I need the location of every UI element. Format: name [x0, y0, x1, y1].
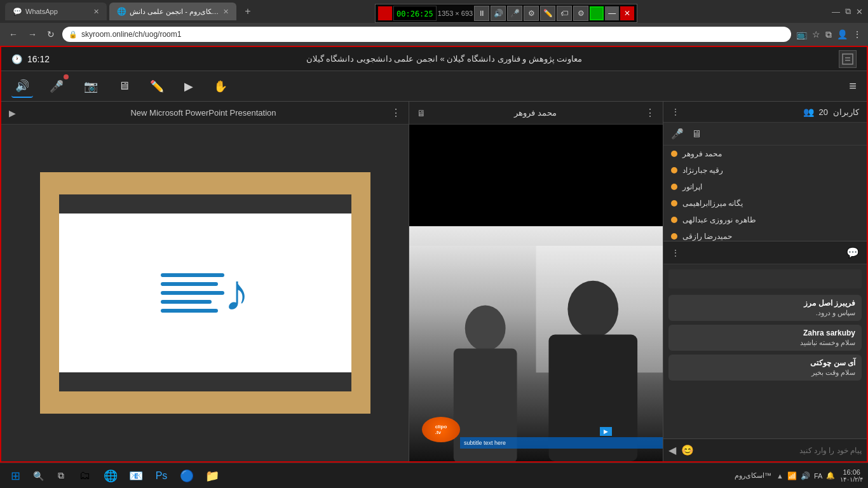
rec-tool-4[interactable]: ⚙ [524, 6, 539, 21]
taskbar-right: اسکای‌روم™ ▲ 📶 🔊 FA 🔔 16:06 ۱۴۰۱/۲/۴ [735, 468, 863, 483]
taskbar: ⊞ 🔍 ⧉ 🗂 🌐 📧 Ps 🔵 📁 اسکای‌روم™ ▲ 📶 🔊 FA 🔔 [0, 463, 868, 488]
header-left: 🕐 16:12 [11, 54, 50, 64]
video-action-btn[interactable]: ▶ [600, 427, 612, 436]
screen-share-button[interactable]: 🖥 [114, 76, 133, 97]
cast-icon[interactable]: 📺 [796, 29, 807, 39]
chat-msg-text-0: سپاس و درود. [675, 309, 855, 317]
new-tab-button[interactable]: + [239, 3, 257, 20]
video-panel-menu[interactable]: ⋮ [645, 107, 655, 119]
user-item-3: یگانه میرزاابراهیمی [663, 195, 867, 212]
taskbar-app-browser[interactable]: 🌐 [99, 464, 122, 487]
chat-icon: 💬 [846, 247, 859, 259]
chat-messages: فریبرز اصل مرز سپاس و درود. Zahra sarkub… [663, 264, 867, 438]
svg-point-5 [567, 281, 618, 338]
recording-bar: 00:26:25 1353 × 693 ⏸ 🔊 🎤 ⚙ ✏️ 🏷 ⚙ — ✕ [375, 4, 637, 23]
mic-button[interactable]: 🎤 [46, 76, 67, 97]
hand-button[interactable]: ✋ [210, 76, 231, 97]
profile-icon[interactable]: 👤 [837, 29, 848, 39]
star-icon[interactable]: ☆ [812, 29, 820, 39]
present-button[interactable]: ▶ [180, 76, 197, 97]
screen-control-button[interactable]: 🖥 [691, 128, 702, 140]
presentation-menu[interactable]: ⋮ [391, 107, 401, 119]
tray-lang: FA [814, 472, 822, 480]
skyroom-favicon: 🌐 [117, 7, 126, 16]
user-item-1: رقیه جبارنژاد [663, 162, 867, 179]
taskbar-app-photoshop[interactable]: Ps [150, 464, 173, 487]
user-item-2: اپراتور [663, 179, 867, 195]
taskbar-app-file-explorer[interactable]: 🗂 [74, 464, 97, 487]
slide-panel-icon: ▶ [9, 108, 16, 118]
rec-tool-5[interactable]: ✏️ [540, 6, 555, 21]
tab-skyroom-title: اسکای‌روم - انجمن علمی دانش... [130, 8, 219, 16]
presentation-panel: ▶ New Microsoft PowerPoint Presentation … [1, 102, 409, 461]
chat-scroll-indicator [668, 269, 862, 288]
user-name-3: یگانه میرزاابراهیمی [682, 199, 743, 208]
search-button[interactable]: 🔍 [28, 466, 48, 486]
tray-arrow-icon[interactable]: ▲ [776, 472, 783, 480]
address-bar[interactable]: 🔒 skyroom.online/ch/uog/room1 [62, 27, 791, 42]
tab-whatsapp-close[interactable]: ✕ [93, 8, 99, 16]
toolbar: 🔊 🎤 📷 🖥 ✏️ ▶ ✋ ≡ [1, 71, 867, 102]
user-name-0: محمد فروهر [682, 149, 722, 158]
tab-whatsapp[interactable]: 💬 WhatsApp ✕ [5, 3, 107, 20]
music-note-icon: ♪ [224, 268, 250, 318]
browser-menu[interactable]: ⋮ [853, 29, 862, 39]
start-button[interactable]: ⊞ [5, 466, 25, 486]
taskbar-time: 16:06 [840, 468, 863, 476]
slide-bar-top [59, 194, 351, 214]
user-item-0: محمد فروهر [663, 146, 867, 162]
restore-icon[interactable]: ⧉ [845, 6, 851, 17]
draw-button[interactable]: ✏️ [146, 76, 168, 97]
rec-tool-2[interactable]: 🔊 [491, 6, 506, 21]
task-view-button[interactable]: ⧉ [51, 466, 71, 486]
rec-tool-6[interactable]: 🏷 [557, 6, 572, 21]
chat-emoji-button[interactable]: 😊 [681, 444, 694, 456]
chat-input-field[interactable] [699, 446, 862, 455]
rec-minimize-button[interactable]: — [605, 6, 619, 20]
rec-tool-3[interactable]: 🎤 [507, 6, 522, 21]
users-menu-button[interactable]: ⋮ [671, 107, 680, 117]
header-logo [839, 50, 857, 68]
camera-button[interactable]: 📷 [80, 76, 102, 97]
slide-bar-bottom [59, 372, 351, 391]
tab-skyroom-close[interactable]: ✕ [223, 8, 229, 16]
taskbar-app-folder[interactable]: 📁 [201, 464, 224, 487]
audio-button[interactable]: 🔊 [11, 75, 33, 98]
chat-menu-button[interactable]: ⋮ [671, 248, 680, 258]
dimensions-text: 1353 × 693 [438, 10, 473, 17]
chat-send-button[interactable]: ◀ [668, 444, 676, 456]
mic-control-button[interactable]: 🎤 [671, 128, 684, 140]
user-avatar-2 [671, 184, 677, 190]
user-name-2: اپراتور [682, 182, 702, 191]
close-icon[interactable]: ✕ [856, 7, 863, 17]
video-panel: 🖥 محمد فروهر ⋮ [409, 102, 663, 461]
header-title: معاونت پژوهش و فناوری دانشگاه گیلان » ان… [306, 54, 583, 64]
clock-icon: 🕐 [11, 54, 22, 64]
extensions-icon[interactable]: ⧉ [825, 29, 832, 40]
video-clipo-logo: clipo.tv [422, 417, 460, 442]
svg-rect-0 [843, 54, 853, 64]
back-button[interactable]: ← [6, 27, 20, 42]
forward-button[interactable]: → [25, 27, 39, 42]
rec-green-button[interactable] [590, 6, 604, 20]
refresh-button[interactable]: ↻ [44, 27, 57, 42]
rec-settings[interactable]: ⚙ [573, 6, 588, 21]
rec-tool-1[interactable]: ⏸ [474, 6, 489, 21]
video-screen-icon: 🖥 [417, 108, 426, 118]
taskbar-apps: 🗂 🌐 📧 Ps 🔵 📁 [74, 464, 224, 487]
user-avatar-3 [671, 200, 677, 207]
chat-header: ⋮ 💬 [663, 241, 867, 264]
chat-message-0: فریبرز اصل مرز سپاس و درود. [668, 295, 862, 321]
rec-close-button[interactable]: ✕ [620, 6, 634, 20]
record-stop-button[interactable] [378, 6, 392, 20]
users-count: 20 [819, 107, 828, 117]
svg-point-7 [465, 306, 506, 351]
taskbar-app-chrome[interactable]: 🔵 [175, 464, 198, 487]
tray-notify-icon[interactable]: 🔔 [826, 471, 835, 480]
minimize-icon[interactable]: — [832, 7, 840, 17]
taskbar-app-mail[interactable]: 📧 [125, 464, 147, 487]
chat-msg-text-1: سلام وخسته نباشید [675, 339, 855, 347]
volume-icon[interactable]: 🔊 [801, 471, 810, 480]
toolbar-menu-button[interactable]: ≡ [849, 79, 857, 93]
tab-skyroom[interactable]: 🌐 اسکای‌روم - انجمن علمی دانش... ✕ [109, 3, 236, 20]
